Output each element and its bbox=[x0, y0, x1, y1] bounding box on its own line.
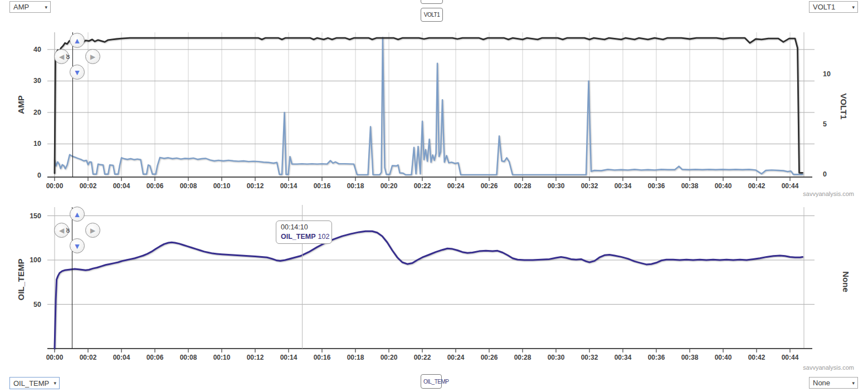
x-tick-label: 00:44 bbox=[782, 182, 799, 190]
move-series-down-button[interactable]: ▼ bbox=[70, 238, 85, 253]
x-tick-label: 00:28 bbox=[514, 354, 531, 361]
x-tick-label: 00:32 bbox=[581, 182, 598, 190]
x-tick-label: 00:08 bbox=[180, 182, 197, 190]
x-tick-label: 00:12 bbox=[247, 182, 264, 190]
tooltip-series-row: OIL_TEMP102 bbox=[281, 232, 327, 242]
right-axis-title: VOLT1 bbox=[839, 93, 849, 119]
x-tick-label: 00:16 bbox=[314, 354, 331, 361]
chevron-down-icon: ▾ bbox=[852, 380, 855, 386]
right-axis-title: None bbox=[841, 271, 851, 292]
x-tick-label: 00:06 bbox=[147, 182, 164, 190]
oil-temp-drag-chip[interactable]: OIL_TEMP bbox=[421, 374, 442, 389]
y-tick-label-left: 100 bbox=[30, 256, 41, 264]
left-axis-title: OIL_TEMP bbox=[16, 258, 26, 300]
x-tick-label: 00:40 bbox=[715, 354, 732, 361]
x-tick-label: 00:42 bbox=[748, 354, 765, 361]
amp-volt1-chart[interactable]: 00:0000:0200:0400:0600:0800:1000:1200:14… bbox=[0, 0, 868, 200]
x-tick-label: 00:26 bbox=[481, 354, 498, 361]
x-tick-label: 00:10 bbox=[213, 354, 231, 361]
partial-drag-chip[interactable] bbox=[421, 0, 443, 4]
x-tick-label: 00:00 bbox=[46, 182, 64, 190]
y-tick-label-right: 0 bbox=[823, 170, 827, 178]
volt1-drag-chip[interactable]: VOLT1 bbox=[421, 8, 443, 22]
x-tick-label: 00:24 bbox=[447, 182, 465, 190]
up-arrow-icon: ▲ bbox=[74, 210, 81, 218]
x-tick-label: 00:42 bbox=[748, 182, 765, 190]
x-tick-label: 00:02 bbox=[80, 354, 97, 361]
x-tick-label: 00:22 bbox=[414, 354, 431, 361]
x-tick-label: 00:36 bbox=[648, 182, 665, 190]
or-label: or bbox=[65, 228, 71, 233]
x-tick-label: 00:32 bbox=[581, 354, 598, 361]
x-tick-label: 00:16 bbox=[314, 182, 331, 190]
y-tick-label-right: 10 bbox=[823, 70, 831, 78]
y-tick-label-left: 0 bbox=[37, 171, 41, 179]
select-value: None bbox=[813, 379, 830, 387]
down-arrow-icon: ▼ bbox=[74, 68, 81, 76]
move-series-right-button[interactable]: ▶ bbox=[85, 223, 100, 238]
watermark: savvyanalysis.com bbox=[743, 190, 854, 197]
bottom-left-series-select[interactable]: OIL_TEMP ▾ bbox=[9, 377, 60, 389]
y-tick-label-left: 150 bbox=[30, 212, 41, 220]
x-tick-label: 00:04 bbox=[113, 354, 130, 361]
y-tick-label-right: 5 bbox=[823, 120, 827, 128]
left-axis-title: AMP bbox=[16, 95, 26, 114]
y-tick-label-left: 50 bbox=[33, 301, 41, 308]
series-line-AMP bbox=[55, 37, 803, 175]
x-tick-label: 00:30 bbox=[548, 354, 565, 361]
move-series-up-button[interactable]: ▲ bbox=[70, 33, 85, 48]
y-tick-label-left: 10 bbox=[33, 140, 41, 148]
x-tick-label: 00:18 bbox=[347, 354, 364, 361]
select-value: OIL_TEMP bbox=[13, 379, 49, 388]
tooltip-time: 00:14:10 bbox=[281, 223, 327, 232]
chevron-down-icon: ▾ bbox=[852, 4, 855, 10]
x-tick-label: 00:34 bbox=[615, 354, 632, 361]
x-tick-label: 00:18 bbox=[347, 182, 364, 190]
down-arrow-icon: ▼ bbox=[74, 242, 81, 250]
x-tick-label: 00:20 bbox=[381, 354, 398, 361]
x-tick-label: 00:14 bbox=[280, 182, 298, 190]
series-swap-controls-bottom: ▲ ◀ ▶ ▼ or bbox=[54, 207, 101, 254]
select-value: AMP bbox=[13, 3, 29, 11]
x-tick-label: 00:26 bbox=[481, 182, 498, 190]
move-series-down-button[interactable]: ▼ bbox=[70, 65, 85, 80]
x-tick-label: 00:38 bbox=[681, 182, 699, 190]
up-arrow-icon: ▲ bbox=[74, 37, 81, 45]
flight-data-analysis-page: AMP ▾ VOLT1 ▾ OIL_TEMP ▾ None ▾ VOLT1 OI… bbox=[0, 0, 868, 392]
right-arrow-icon: ▶ bbox=[90, 227, 95, 234]
tooltip-value: 102 bbox=[318, 233, 330, 241]
x-tick-label: 00:06 bbox=[147, 354, 164, 361]
series-line-OIL_TEMP bbox=[55, 231, 803, 349]
move-series-up-button[interactable]: ▲ bbox=[70, 207, 85, 222]
chevron-down-icon: ▾ bbox=[53, 380, 56, 386]
x-tick-label: 00:24 bbox=[447, 354, 465, 361]
x-tick-label: 00:20 bbox=[381, 182, 398, 190]
left-arrow-icon: ◀ bbox=[59, 227, 64, 234]
x-tick-label: 00:10 bbox=[213, 182, 231, 190]
x-tick-label: 00:04 bbox=[113, 182, 130, 190]
y-tick-label-left: 20 bbox=[33, 109, 41, 116]
x-tick-label: 00:34 bbox=[615, 182, 632, 190]
chevron-down-icon: ▾ bbox=[45, 4, 47, 10]
move-series-right-button[interactable]: ▶ bbox=[85, 49, 100, 64]
top-right-series-select[interactable]: VOLT1 ▾ bbox=[809, 1, 858, 13]
y-tick-label-left: 40 bbox=[33, 46, 41, 53]
x-tick-label: 00:08 bbox=[180, 354, 197, 361]
x-tick-label: 00:14 bbox=[280, 354, 298, 361]
x-tick-label: 00:00 bbox=[46, 354, 64, 361]
x-tick-label: 00:44 bbox=[782, 354, 799, 361]
x-tick-label: 00:40 bbox=[715, 182, 732, 190]
data-tooltip: 00:14:10 OIL_TEMP102 bbox=[276, 220, 332, 244]
select-value: VOLT1 bbox=[813, 3, 835, 11]
right-arrow-icon: ▶ bbox=[90, 53, 95, 60]
series-swap-controls-top: ▲ ◀ ▶ ▼ or bbox=[54, 33, 101, 80]
or-label: or bbox=[65, 54, 71, 59]
x-tick-label: 00:02 bbox=[80, 182, 97, 190]
x-tick-label: 00:30 bbox=[548, 182, 565, 190]
x-tick-label: 00:12 bbox=[247, 354, 264, 361]
oil-temp-chart[interactable]: 00:0000:0200:0400:0600:0800:1000:1200:14… bbox=[0, 200, 868, 392]
bottom-right-series-select[interactable]: None ▾ bbox=[809, 377, 858, 389]
top-left-series-select[interactable]: AMP ▾ bbox=[9, 1, 51, 13]
x-tick-label: 00:28 bbox=[514, 182, 531, 190]
left-arrow-icon: ◀ bbox=[59, 53, 64, 60]
